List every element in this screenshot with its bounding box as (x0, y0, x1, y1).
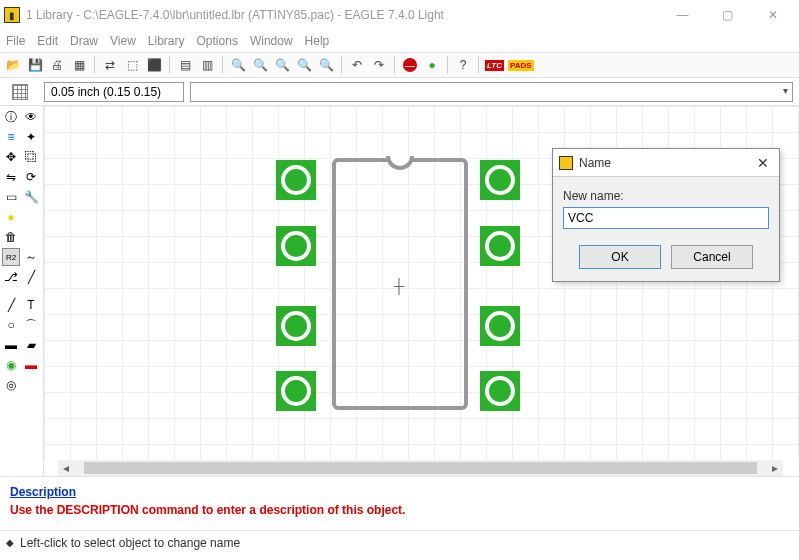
ok-button[interactable]: OK (579, 245, 661, 269)
description-link[interactable]: Description (10, 485, 76, 499)
menu-draw[interactable]: Draw (70, 34, 98, 48)
device-icon[interactable]: ⬛ (145, 56, 163, 74)
menu-edit[interactable]: Edit (37, 34, 58, 48)
pad-4[interactable] (276, 371, 316, 411)
pad-7[interactable] (480, 226, 520, 266)
zoom-out-icon[interactable]: 🔍 (273, 56, 291, 74)
pad-2[interactable] (276, 226, 316, 266)
pads-button[interactable]: PADS (508, 56, 534, 74)
description-text: Use the DESCRIPTION command to enter a d… (10, 503, 789, 517)
menubar: File Edit Draw View Library Options Wind… (0, 30, 799, 52)
smd-tool[interactable]: ▬ (22, 356, 40, 374)
change-tool[interactable]: 🔧 (22, 188, 40, 206)
close-button[interactable]: ✕ (750, 1, 795, 29)
text-tool[interactable]: T (22, 296, 40, 314)
cancel-button[interactable]: Cancel (671, 245, 753, 269)
group-tool[interactable]: ▭ (2, 188, 20, 206)
statusbar: ◆ Left-click to select object to change … (0, 530, 799, 554)
grid-button[interactable] (0, 84, 40, 100)
dialog-icon (559, 156, 573, 170)
paste-tool[interactable]: ● (2, 208, 20, 226)
coord-display[interactable]: 0.05 inch (0.15 0.15) (44, 82, 184, 102)
copy-tool[interactable]: ⿻ (22, 148, 40, 166)
name-field-label: New name: (563, 189, 769, 203)
pad-8[interactable] (480, 160, 520, 200)
grid-icon (12, 84, 28, 100)
stop-icon[interactable]: — (401, 56, 419, 74)
status-text: Left-click to select object to change na… (20, 536, 240, 550)
menu-help[interactable]: Help (305, 34, 330, 48)
menu-window[interactable]: Window (250, 34, 293, 48)
separator (394, 56, 395, 74)
info-tool[interactable]: ⓘ (2, 108, 20, 126)
name-tool[interactable]: R2 (2, 248, 20, 266)
separator (341, 56, 342, 74)
scroll-left-icon[interactable]: ◂ (58, 460, 74, 476)
zoom-redraw-icon[interactable]: 🔍 (295, 56, 313, 74)
polygon-tool[interactable]: ▰ (22, 336, 40, 354)
undo-icon[interactable]: ↶ (348, 56, 366, 74)
mirror-tool[interactable]: ⇋ (2, 168, 20, 186)
name-dialog: Name ✕ New name: OK Cancel (552, 148, 780, 282)
separator (222, 56, 223, 74)
circle-tool[interactable]: ○ (2, 316, 20, 334)
wire-tool[interactable]: ╱ (22, 268, 40, 286)
scroll-thumb[interactable] (84, 462, 757, 474)
layers-tool[interactable]: ≡ (2, 128, 20, 146)
script-icon[interactable]: ▤ (176, 56, 194, 74)
help-icon[interactable]: ? (454, 56, 472, 74)
line-tool[interactable]: ╱ (2, 296, 20, 314)
status-diamond-icon: ◆ (6, 537, 14, 548)
command-input[interactable] (190, 82, 793, 102)
pad-1[interactable] (276, 160, 316, 200)
pad-tool[interactable]: ◉ (2, 356, 20, 374)
minimize-button[interactable]: — (660, 1, 705, 29)
delete-tool[interactable]: 🗑 (2, 228, 20, 246)
separator (94, 56, 95, 74)
menu-options[interactable]: Options (197, 34, 238, 48)
menu-library[interactable]: Library (148, 34, 185, 48)
lock-tool[interactable] (22, 228, 40, 246)
maximize-button[interactable]: ▢ (705, 1, 750, 29)
print-icon[interactable]: 🖨 (48, 56, 66, 74)
move-tool[interactable]: ✥ (2, 148, 20, 166)
main-toolbar: 📂 💾 🖨 ▦ ⇄ ⬚ ⬛ ▤ ▥ 🔍 🔍 🔍 🔍 🔍 ↶ ↷ — ● ? LT… (0, 52, 799, 78)
open-icon[interactable]: 📂 (4, 56, 22, 74)
scroll-right-icon[interactable]: ▸ (767, 460, 783, 476)
attribute-tool[interactable]: ～ (22, 248, 40, 266)
arc-tool[interactable]: ⌒ (22, 316, 40, 334)
dialog-title: Name (579, 156, 753, 170)
board-icon[interactable]: ⇄ (101, 56, 119, 74)
titlebar: ▮ 1 Library - C:\EAGLE-7.4.0\lbr\untitle… (0, 0, 799, 30)
menu-view[interactable]: View (110, 34, 136, 48)
pad-3[interactable] (276, 306, 316, 346)
mark-tool[interactable]: ✦ (22, 128, 40, 146)
ulp-icon[interactable]: ▥ (198, 56, 216, 74)
save-icon[interactable]: 💾 (26, 56, 44, 74)
cut-tool[interactable] (22, 208, 40, 226)
rotate-tool[interactable]: ⟳ (22, 168, 40, 186)
go-icon[interactable]: ● (423, 56, 441, 74)
rect-tool[interactable]: ▬ (2, 336, 20, 354)
zoom-select-icon[interactable]: 🔍 (317, 56, 335, 74)
cam-icon[interactable]: ▦ (70, 56, 88, 74)
menu-file[interactable]: File (6, 34, 25, 48)
horizontal-scrollbar[interactable]: ◂ ▸ (58, 460, 783, 476)
zoom-fit-icon[interactable]: 🔍 (229, 56, 247, 74)
split-tool[interactable]: ⎇ (2, 268, 20, 286)
name-input[interactable] (563, 207, 769, 229)
ltc-button[interactable]: LTC (485, 56, 504, 74)
redo-icon[interactable]: ↷ (370, 56, 388, 74)
origin-crosshair: ┼ (394, 278, 404, 294)
separator (478, 56, 479, 74)
sheet-icon[interactable]: ⬚ (123, 56, 141, 74)
pad-5[interactable] (480, 371, 520, 411)
window-title: 1 Library - C:\EAGLE-7.4.0\lbr\untitled.… (26, 8, 660, 22)
hole-tool[interactable]: ◎ (2, 376, 20, 394)
pad-6[interactable] (480, 306, 520, 346)
separator (447, 56, 448, 74)
dialog-close-button[interactable]: ✕ (753, 155, 773, 171)
dialog-titlebar: Name ✕ (553, 149, 779, 177)
zoom-in-icon[interactable]: 🔍 (251, 56, 269, 74)
show-tool[interactable]: 👁 (22, 108, 40, 126)
